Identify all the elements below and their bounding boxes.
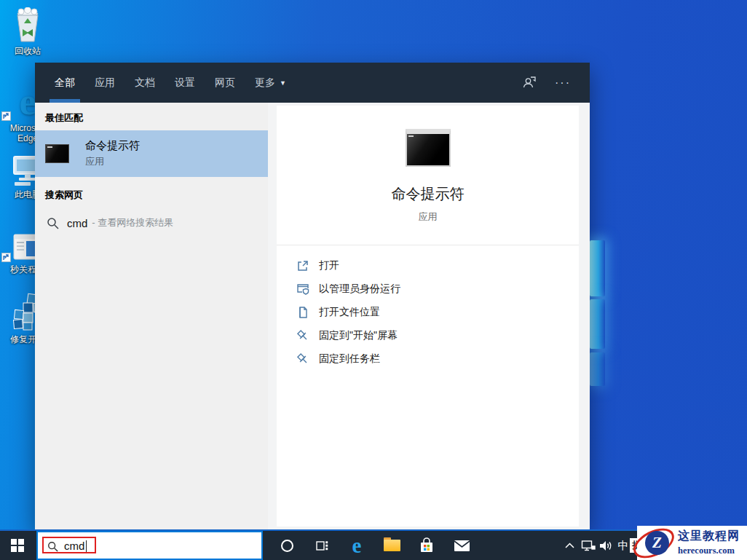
action-label: 打开文件位置 — [319, 306, 380, 319]
file-explorer-button[interactable] — [374, 531, 409, 560]
watermark-domain: herecours.com — [678, 545, 745, 556]
web-search-query: cmd — [67, 217, 87, 229]
file-location-icon — [296, 306, 309, 319]
mail-button[interactable] — [444, 531, 479, 560]
shortcut-arrow-icon — [1, 253, 11, 262]
microsoft-store-button[interactable] — [409, 531, 444, 560]
results-list-pane: 最佳匹配 命令提示符 应用 搜索网页 cmd - 查看网络搜索结果 — [35, 103, 268, 529]
desktop-icon-recycle-bin[interactable]: 回收站 — [1, 6, 54, 56]
cortana-button[interactable] — [269, 531, 304, 560]
action-label: 固定到"开始"屏幕 — [319, 329, 398, 342]
result-item-command-prompt[interactable]: 命令提示符 应用 — [35, 130, 268, 177]
header-actions: ··· — [521, 75, 590, 91]
admin-shield-icon — [296, 283, 309, 296]
chevron-up-icon — [565, 543, 574, 549]
wallpaper-glow — [590, 352, 605, 386]
tab-apps[interactable]: 应用 — [95, 63, 115, 103]
tray-chevron-button[interactable] — [562, 531, 577, 560]
search-flyout: 全部 应用 文档 设置 网页 更多 ▼ ··· — [35, 63, 590, 529]
watermark-logo: Z — [641, 529, 677, 557]
edge-icon: e — [352, 535, 362, 556]
speaker-icon — [599, 540, 613, 552]
task-view-button[interactable] — [304, 531, 339, 560]
action-pin-to-taskbar[interactable]: 固定到任务栏 — [296, 347, 579, 371]
desktop-icon-label: 回收站 — [1, 46, 54, 56]
detail-pane: 命令提示符 应用 打开 — [268, 103, 590, 529]
ime-language-label: 中 — [618, 539, 629, 553]
account-feedback-icon[interactable] — [521, 75, 537, 91]
logo-letter: Z — [645, 531, 669, 555]
action-open[interactable]: 打开 — [296, 254, 579, 277]
action-run-as-administrator[interactable]: 以管理员身份运行 — [296, 277, 579, 301]
search-filter-tabs: 全部 应用 文档 设置 网页 更多 ▼ — [35, 63, 306, 103]
network-icon — [581, 540, 596, 552]
file-explorer-icon — [384, 540, 400, 551]
context-actions: 打开 以管理员身份运行 — [277, 245, 579, 371]
more-options-icon[interactable]: ··· — [555, 75, 571, 91]
search-icon — [47, 217, 59, 229]
web-search-suffix: - 查看网络搜索结果 — [92, 216, 173, 229]
detail-card: 命令提示符 应用 打开 — [277, 106, 579, 527]
desktop-screen: 回收站 e Microsoft Edge 此电脑 — [0, 0, 747, 560]
cortana-icon — [281, 540, 293, 552]
taskbar-app-icons: e — [269, 531, 479, 560]
start-button[interactable] — [0, 531, 35, 560]
shortcut-arrow-icon — [1, 111, 11, 121]
tutorial-annotation-box — [42, 537, 96, 553]
tab-more-label: 更多 — [255, 76, 275, 90]
detail-title: 命令提示符 — [392, 184, 465, 204]
search-results-area: 最佳匹配 命令提示符 应用 搜索网页 cmd - 查看网络搜索结果 — [35, 103, 590, 529]
open-icon — [296, 259, 309, 272]
store-icon — [419, 537, 435, 553]
tray-network-button[interactable] — [580, 531, 597, 560]
pin-icon — [296, 329, 309, 342]
web-search-result-row[interactable]: cmd - 查看网络搜索结果 — [35, 208, 268, 238]
recycle-bin-icon — [1, 6, 54, 44]
mail-icon — [454, 540, 470, 552]
command-prompt-icon — [45, 144, 69, 163]
action-label: 固定到任务栏 — [319, 352, 380, 366]
wallpaper-glow — [590, 240, 605, 296]
watermark-title: 这里教程网 — [678, 529, 745, 544]
tab-more[interactable]: 更多 ▼ — [255, 63, 286, 103]
action-pin-to-start[interactable]: 固定到"开始"屏幕 — [296, 324, 579, 347]
tab-documents[interactable]: 文档 — [135, 63, 155, 103]
action-open-file-location[interactable]: 打开文件位置 — [296, 301, 579, 324]
result-title: 命令提示符 — [85, 139, 140, 152]
windows-logo-icon — [11, 539, 24, 552]
tab-settings[interactable]: 设置 — [175, 63, 195, 103]
section-header-web-search: 搜索网页 — [35, 177, 268, 208]
tab-web[interactable]: 网页 — [215, 63, 235, 103]
command-prompt-icon-large — [406, 129, 451, 167]
pin-icon — [296, 352, 309, 366]
tab-all[interactable]: 全部 — [55, 63, 75, 103]
task-view-icon — [315, 540, 328, 552]
detail-subtitle: 应用 — [419, 210, 438, 224]
chevron-down-icon: ▼ — [280, 79, 286, 87]
action-label: 以管理员身份运行 — [319, 283, 400, 296]
wallpaper-glow — [590, 299, 605, 349]
edge-taskbar-button[interactable]: e — [339, 531, 374, 560]
section-header-best-match: 最佳匹配 — [35, 103, 268, 130]
action-label: 打开 — [319, 259, 339, 272]
result-subtitle: 应用 — [85, 155, 140, 168]
search-flyout-header: 全部 应用 文档 设置 网页 更多 ▼ ··· — [35, 63, 590, 103]
tray-volume-button[interactable] — [597, 531, 614, 560]
taskbar-search-box[interactable] — [36, 531, 263, 560]
site-watermark: Z 这里教程网 herecours.com — [637, 526, 747, 560]
